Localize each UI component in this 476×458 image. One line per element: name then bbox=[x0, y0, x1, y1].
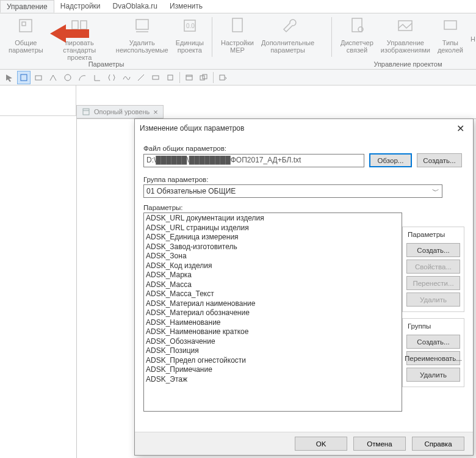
file-path-input[interactable]: D:\██████\████████ФОП2017_АД+БЛ.txt bbox=[143, 154, 364, 167]
ribbon-label: Настройки MEP bbox=[221, 39, 254, 54]
separator bbox=[213, 72, 214, 83]
tab-manage[interactable]: Управление bbox=[0, 0, 54, 13]
group-select[interactable]: 01 Обязательные ОБЩИЕ ﹀ bbox=[143, 184, 442, 198]
list-item[interactable]: ADSK_Зона bbox=[146, 252, 400, 261]
qat-btn[interactable] bbox=[120, 71, 133, 84]
ribbon-label: Дополнительные параметры bbox=[261, 39, 314, 54]
qat-btn[interactable] bbox=[216, 71, 229, 84]
qat-modify[interactable] bbox=[2, 71, 16, 84]
ok-button[interactable]: OK bbox=[295, 437, 347, 451]
ribbon-label: Н bbox=[471, 35, 475, 43]
list-item[interactable]: ADSK_Код изделия bbox=[146, 261, 400, 271]
ribbon-label: Управление изображениями bbox=[381, 39, 430, 54]
dialog-footer: OK Отмена Справка bbox=[135, 432, 473, 455]
dialog-close-button[interactable]: ✕ bbox=[453, 122, 468, 136]
shared-params-icon bbox=[16, 16, 35, 35]
document-tab-label: Опорный уровень bbox=[94, 108, 150, 115]
list-item[interactable]: ADSK_Наименование bbox=[146, 318, 400, 328]
qat-btn[interactable] bbox=[149, 71, 162, 84]
shared-parameters-dialog: Изменение общих параметров ✕ Файл общих … bbox=[134, 118, 474, 456]
create-file-button[interactable]: Создать... bbox=[417, 153, 462, 167]
list-item[interactable]: ADSK_Масса bbox=[146, 280, 400, 290]
list-item[interactable]: ADSK_URL страницы изделия bbox=[146, 224, 400, 233]
qat-btn[interactable] bbox=[105, 71, 118, 84]
ribbon-label: Типы деколей bbox=[438, 39, 463, 54]
param-delete-button[interactable]: Удалить bbox=[406, 293, 460, 307]
list-item[interactable]: ADSK_Обозначение bbox=[146, 337, 400, 347]
list-item[interactable]: ADSK_Марка bbox=[146, 271, 400, 280]
fieldset-legend: Группы bbox=[406, 322, 432, 330]
list-item[interactable]: ADSK_Масса_Текст bbox=[146, 289, 400, 299]
browse-button[interactable]: Обзор... bbox=[369, 153, 412, 167]
list-item[interactable]: ADSK_Примечание bbox=[146, 365, 400, 375]
group-select-value: 01 Обязательные ОБЩИЕ bbox=[146, 187, 236, 195]
link-icon bbox=[347, 16, 367, 35]
ribbon-additional-params[interactable]: Дополнительные параметры bbox=[258, 16, 318, 54]
param-move-button[interactable]: Перенести... bbox=[406, 276, 460, 290]
view-icon bbox=[82, 107, 90, 116]
toggle-icon bbox=[151, 73, 160, 82]
ribbon-link-manager[interactable]: Диспетчер связей bbox=[337, 16, 377, 54]
svg-marker-14 bbox=[6, 75, 12, 82]
group-create-button[interactable]: Создать... bbox=[406, 335, 460, 349]
menu-bar: Управление Надстройки DvaOblaka.ru Измен… bbox=[0, 0, 476, 13]
list-item[interactable]: ADSK_Завод-изготовитель bbox=[146, 242, 400, 252]
qat-btn[interactable] bbox=[134, 71, 148, 84]
param-properties-button[interactable]: Свойства... bbox=[406, 260, 460, 274]
list-item[interactable]: ADSK_Материал обозначение bbox=[146, 308, 400, 318]
group-delete-button[interactable]: Удалить bbox=[406, 368, 460, 382]
ribbon-more[interactable]: Н bbox=[467, 16, 476, 43]
tab-modify[interactable]: Изменить bbox=[164, 0, 209, 13]
group-rename-button[interactable]: Переименовать... bbox=[406, 351, 460, 365]
list-item[interactable]: ADSK_Материал наименование bbox=[146, 299, 400, 309]
params-label: Параметры: bbox=[143, 204, 464, 211]
tab-addins[interactable]: Надстройки bbox=[54, 0, 107, 13]
qat-btn[interactable] bbox=[164, 71, 177, 84]
separator bbox=[179, 72, 180, 83]
ribbon-decal-types[interactable]: Типы деколей bbox=[434, 16, 467, 54]
svg-rect-15 bbox=[21, 75, 27, 81]
list-item[interactable]: ADSK_Этаж bbox=[146, 375, 400, 385]
document-tab[interactable]: Опорный уровень × bbox=[76, 105, 164, 118]
ribbon-mep-settings[interactable]: Настройки MEP bbox=[217, 16, 258, 54]
svg-rect-11 bbox=[398, 21, 412, 31]
cancel-button[interactable]: Отмена bbox=[353, 437, 406, 451]
box-icon bbox=[20, 73, 28, 82]
ribbon-purge[interactable]: Удалить неиспользуемые bbox=[112, 16, 172, 54]
qat-btn[interactable] bbox=[46, 71, 60, 84]
svg-rect-1 bbox=[22, 22, 26, 26]
qat-btn[interactable] bbox=[197, 71, 211, 84]
qat-btn[interactable] bbox=[32, 71, 45, 84]
circle-icon bbox=[63, 73, 72, 82]
list-item[interactable]: ADSK_Позиция bbox=[146, 346, 400, 356]
param-create-button[interactable]: Создать... bbox=[406, 243, 460, 257]
ribbon-units[interactable]: 0.0 Единицы проекта bbox=[172, 16, 207, 54]
ribbon-group-label: Параметры bbox=[0, 60, 212, 68]
qat-btn[interactable] bbox=[76, 71, 89, 84]
ribbon-manage-images[interactable]: Управление изображениями bbox=[377, 16, 434, 54]
qat-btn[interactable] bbox=[61, 71, 74, 84]
tab-dvaoblaka[interactable]: DvaOblaka.ru bbox=[107, 0, 164, 13]
ribbon-group-label: Управление проектом bbox=[332, 60, 476, 68]
qat-btn[interactable] bbox=[90, 71, 104, 84]
list-item[interactable]: ADSK_Наименование краткое bbox=[146, 327, 400, 337]
svg-text:0.0: 0.0 bbox=[186, 23, 195, 29]
svg-rect-4 bbox=[136, 20, 148, 29]
ribbon-label: Удалить неиспользуемые bbox=[116, 39, 168, 54]
qat-btn[interactable] bbox=[182, 71, 196, 84]
ribbon-label: Диспетчер связей bbox=[341, 39, 373, 54]
list-item[interactable]: ADSK_Предел огнестойкости bbox=[146, 356, 400, 366]
file-label: Файл общих параметров: bbox=[143, 145, 464, 152]
help-button[interactable]: Справка bbox=[412, 437, 464, 451]
close-icon[interactable]: × bbox=[153, 107, 158, 117]
ribbon-shared-parameters[interactable]: Общие параметры bbox=[5, 16, 47, 54]
svg-rect-19 bbox=[153, 76, 159, 79]
svg-rect-26 bbox=[83, 109, 89, 115]
list-item[interactable]: ADSK_URL документации изделия bbox=[146, 214, 400, 224]
svg-marker-13 bbox=[50, 24, 89, 43]
qat-selected-tool[interactable] bbox=[17, 71, 31, 84]
parameters-listbox[interactable]: ADSK_URL документации изделияADSK_URL ст… bbox=[143, 213, 402, 412]
spline-icon bbox=[122, 73, 131, 82]
list-item[interactable]: ADSK_Единица измерения bbox=[146, 233, 400, 242]
fieldset-legend: Параметры bbox=[406, 231, 446, 238]
